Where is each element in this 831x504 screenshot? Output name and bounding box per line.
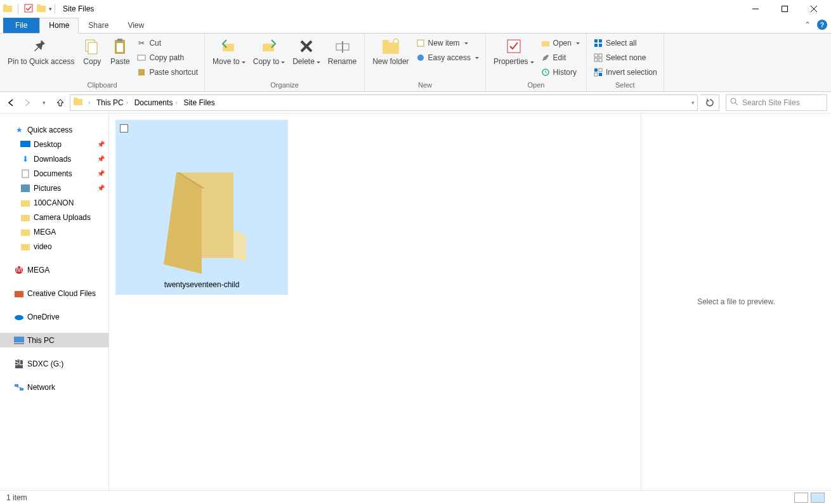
svg-rect-49 (21, 184, 30, 192)
pin-icon: 📌 (97, 155, 105, 162)
qat-newfolder-icon[interactable] (36, 3, 46, 15)
tree-desktop[interactable]: Desktop📌 (0, 137, 108, 152)
status-bar: 1 item (0, 490, 831, 504)
this-pc-icon (14, 335, 24, 346)
tree-creative-cloud[interactable]: Creative Cloud Files (0, 286, 108, 300)
tree-mega[interactable]: MMEGA (0, 262, 108, 277)
folder-item[interactable]: twentyseventeen-child (115, 120, 288, 295)
history-button[interactable]: History (538, 66, 582, 79)
search-input[interactable]: Search Site Files (726, 94, 827, 111)
svg-line-46 (735, 103, 738, 105)
delete-button[interactable]: Delete (289, 35, 324, 67)
open-group-label: Open (490, 81, 582, 91)
documents-icon (20, 169, 30, 179)
nav-forward-button[interactable] (20, 95, 34, 110)
copy-to-button[interactable]: Copy to (249, 35, 289, 67)
copy-path-button[interactable]: Copy path (134, 51, 200, 64)
svg-text:M: M (16, 266, 22, 274)
tree-onedrive[interactable]: OneDrive (0, 309, 108, 324)
nav-back-button[interactable] (4, 95, 18, 110)
tree-camera-uploads[interactable]: Camera Uploads (0, 210, 108, 224)
tab-home[interactable]: Home (39, 18, 79, 34)
tree-video[interactable]: video (0, 239, 108, 254)
tab-file[interactable]: File (3, 18, 39, 33)
minimize-button[interactable] (741, 0, 770, 18)
pin-icon: 📌 (97, 184, 105, 191)
svg-rect-42 (594, 73, 598, 76)
sd-card-icon: SD (14, 359, 24, 369)
tree-pictures[interactable]: Pictures📌 (0, 181, 108, 195)
view-thumbnails-button[interactable] (811, 493, 825, 503)
ribbon-group-clipboard: Pin to Quick access Copy Paste ✂Cut Copy… (0, 34, 205, 91)
new-item-button[interactable]: New item (413, 37, 481, 49)
properties-button[interactable]: Properties (490, 35, 538, 67)
copy-label: Copy (83, 58, 101, 66)
new-item-icon (416, 38, 426, 48)
tab-share[interactable]: Share (79, 18, 118, 33)
svg-rect-31 (594, 39, 598, 42)
paste-shortcut-button[interactable]: Paste shortcut (134, 66, 200, 79)
svg-rect-43 (74, 99, 82, 105)
item-checkbox[interactable] (120, 124, 128, 132)
refresh-button[interactable] (700, 94, 719, 111)
pin-quick-access-button[interactable]: Pin to Quick access (4, 35, 78, 67)
select-all-button[interactable]: Select all (591, 37, 660, 49)
tree-network[interactable]: Network (0, 380, 108, 394)
svg-rect-32 (599, 39, 602, 42)
svg-rect-33 (594, 44, 598, 47)
new-folder-button[interactable]: New folder (369, 35, 412, 67)
tab-view[interactable]: View (118, 18, 154, 33)
copy-button[interactable]: Copy (78, 35, 106, 67)
move-to-button[interactable]: Move to (209, 35, 249, 67)
collapse-ribbon-icon[interactable]: ⌃ (804, 20, 811, 29)
tree-100canon[interactable]: 100CANON (0, 195, 108, 210)
help-icon[interactable]: ? (817, 20, 827, 30)
edit-button[interactable]: Edit (538, 51, 582, 64)
tree-quick-access[interactable]: ★Quick access (0, 122, 108, 137)
svg-rect-41 (599, 68, 602, 72)
cut-button[interactable]: ✂Cut (134, 37, 200, 49)
address-dropdown-icon[interactable]: ▾ (691, 100, 695, 106)
invert-selection-icon (593, 67, 603, 77)
close-button[interactable] (799, 0, 828, 18)
copy-to-icon (259, 36, 279, 56)
nav-recent-dropdown[interactable]: ▾ (37, 95, 51, 110)
breadcrumb-this-pc[interactable]: This PC› (95, 98, 132, 107)
creative-cloud-icon (14, 288, 24, 299)
tree-documents[interactable]: Documents📌 (0, 166, 108, 181)
invert-selection-button[interactable]: Invert selection (591, 66, 660, 79)
select-none-button[interactable]: Select none (591, 51, 660, 64)
tree-this-pc[interactable]: This PC (0, 333, 108, 347)
svg-rect-47 (20, 141, 30, 147)
paste-button[interactable]: Paste (106, 35, 134, 67)
rename-icon (332, 36, 353, 56)
qat-dropdown-icon[interactable]: ▾ (49, 6, 52, 12)
copy-icon (82, 36, 102, 56)
svg-rect-37 (594, 58, 598, 61)
tree-downloads[interactable]: ⬇Downloads📌 (0, 152, 108, 166)
address-bar[interactable]: › This PC› Documents› Site Files ▾ (70, 94, 698, 111)
breadcrumb-site-files[interactable]: Site Files (182, 98, 216, 107)
svg-rect-39 (594, 68, 598, 72)
nav-up-button[interactable] (53, 95, 67, 110)
breadcrumb-documents[interactable]: Documents› (133, 98, 181, 107)
open-button[interactable]: Open (538, 37, 582, 49)
rename-button[interactable]: Rename (324, 35, 360, 67)
qat-properties-icon[interactable] (23, 3, 34, 15)
window-title: Site Files (63, 4, 94, 13)
svg-rect-26 (417, 40, 424, 46)
maximize-button[interactable] (770, 0, 799, 18)
ribbon-group-select: Select all Select none Invert selection … (587, 34, 664, 91)
star-icon: ★ (14, 125, 24, 135)
navigation-bar: ▾ › This PC› Documents› Site Files ▾ Sea… (0, 92, 831, 113)
content-pane[interactable]: twentyseventeen-child (109, 113, 641, 490)
easy-access-button[interactable]: Easy access (413, 51, 481, 64)
organize-group-label: Organize (209, 81, 360, 91)
svg-point-45 (731, 98, 736, 103)
svg-rect-53 (21, 244, 30, 250)
svg-rect-59 (14, 343, 24, 344)
tree-mega-folder[interactable]: MEGA (0, 224, 108, 239)
view-details-button[interactable] (794, 493, 808, 503)
tree-sdxc[interactable]: SDSDXC (G:) (0, 356, 108, 371)
history-icon (540, 67, 551, 77)
